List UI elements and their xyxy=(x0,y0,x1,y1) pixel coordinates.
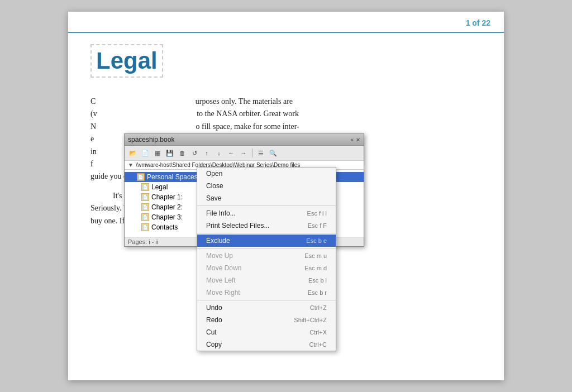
ctx-shortcut-undo: Ctrl+Z xyxy=(310,304,327,311)
ctx-item-redo[interactable]: Redo Shift+Ctrl+Z xyxy=(197,314,336,326)
ctx-label-print: Print Selected Files... xyxy=(206,222,269,230)
ctx-label-exclude: Exclude xyxy=(206,237,230,245)
ctx-label-file-info: File Info... xyxy=(206,209,236,217)
collapse-button[interactable]: « xyxy=(350,137,354,143)
page-content: Legal spaceship.book « ✕ 📂 📄 ▦ 💾 xyxy=(68,33,504,245)
ctx-item-exclude[interactable]: Exclude Esc b e xyxy=(197,235,336,247)
ctx-shortcut-move-left: Esc b l xyxy=(308,277,327,284)
ctx-shortcut-exclude: Esc b e xyxy=(306,237,327,244)
tree-item-icon-legal: 📄 xyxy=(141,183,149,191)
context-menu: Open Close Save File Info... Esc f i l xyxy=(197,167,336,351)
dialog-overlay: spaceship.book « ✕ 📂 📄 ▦ 💾 🗑 ↺ ↑ ↓ xyxy=(124,133,364,247)
tree-item-label-legal: Legal xyxy=(151,183,168,191)
ctx-item-open[interactable]: Open xyxy=(197,168,336,180)
toolbar-separator xyxy=(252,149,252,157)
tree-item-label-ch3: Chapter 3: xyxy=(151,213,183,221)
ctx-separator-1 xyxy=(197,205,336,206)
ctx-item-file-info[interactable]: File Info... Esc f i l xyxy=(197,207,336,219)
tree-item-label-ch1: Chapter 1: xyxy=(151,193,183,201)
tree-item-icon-ch1: 📄 xyxy=(141,193,149,201)
toolbar-icon-list[interactable]: ☰ xyxy=(256,148,266,158)
ctx-shortcut-redo: Shift+Ctrl+Z xyxy=(294,317,327,323)
toolbar-icon-right[interactable]: → xyxy=(239,148,249,158)
toolbar-icon-search[interactable]: 🔍 xyxy=(268,148,278,158)
ctx-item-print[interactable]: Print Selected Files... Esc f F xyxy=(197,219,336,232)
ctx-item-move-right: Move Right Esc b r xyxy=(197,286,336,299)
ctx-shortcut-move-up: Esc m u xyxy=(304,252,327,259)
ctx-item-close[interactable]: Close xyxy=(197,180,336,192)
tree-item-icon-contacts: 📄 xyxy=(141,223,149,231)
tree-item-icon-root: 📄 xyxy=(137,173,145,181)
path-expand-icon: ▼ xyxy=(128,162,134,168)
page-container: 1 of 22 Legal spaceship.book « ✕ 📂 📄 xyxy=(68,12,504,380)
toolbar-icon-add[interactable]: 📄 xyxy=(140,148,150,158)
ctx-label-copy: Copy xyxy=(206,341,222,348)
book-window-footer-text: Pages: i - ii xyxy=(128,238,158,245)
ctx-shortcut-file-info: Esc f i l xyxy=(307,210,327,217)
toolbar-icon-refresh[interactable]: ↺ xyxy=(189,148,199,158)
ctx-item-undo[interactable]: Undo Ctrl+Z xyxy=(197,302,336,314)
book-window-title: spaceship.book xyxy=(128,136,174,144)
chapter-title: Legal xyxy=(90,44,163,78)
ctx-shortcut-copy: Ctrl+C xyxy=(309,341,327,348)
tree-item-icon-ch2: 📄 xyxy=(141,203,149,211)
ctx-shortcut-print: Esc f F xyxy=(308,222,327,229)
toolbar-icon-grid[interactable]: ▦ xyxy=(152,148,163,158)
toolbar-icon-open[interactable]: 📂 xyxy=(128,148,138,158)
ctx-label-redo: Redo xyxy=(206,316,222,324)
ctx-label-undo: Undo xyxy=(206,304,222,312)
toolbar-icon-up[interactable]: ↑ xyxy=(202,148,212,158)
toolbar-icon-down[interactable]: ↓ xyxy=(214,148,224,158)
tree-item-icon-ch3: 📄 xyxy=(141,213,149,221)
tree-item-label-ch2: Chapter 2: xyxy=(151,203,183,211)
ctx-shortcut-move-down: Esc m d xyxy=(304,265,327,271)
ctx-item-move-down: Move Down Esc m d xyxy=(197,262,336,274)
ctx-label-move-left: Move Left xyxy=(206,276,236,284)
ctx-separator-4 xyxy=(197,300,336,300)
ctx-separator-3 xyxy=(197,248,336,248)
ctx-label-move-down: Move Down xyxy=(206,264,241,272)
ctx-item-save[interactable]: Save xyxy=(197,192,336,204)
tree-item-label-contacts: Contacts xyxy=(151,223,178,231)
ctx-label-open: Open xyxy=(206,170,222,178)
tree-expand-icon: − xyxy=(128,174,135,180)
ctx-label-close: Close xyxy=(206,182,223,190)
ctx-shortcut-cut: Ctrl+X xyxy=(309,329,327,336)
ctx-shortcut-move-right: Esc b r xyxy=(308,289,327,296)
ctx-item-move-left: Move Left Esc b l xyxy=(197,274,336,286)
toolbar-icon-save[interactable]: 💾 xyxy=(165,148,175,158)
ctx-separator-2 xyxy=(197,233,336,233)
toolbar-icon-left[interactable]: ← xyxy=(226,148,236,158)
toolbar-icon-delete[interactable]: 🗑 xyxy=(177,148,187,158)
ctx-label-cut: Cut xyxy=(206,328,217,336)
ctx-label-save: Save xyxy=(206,194,221,202)
ctx-label-move-up: Move Up xyxy=(206,252,233,260)
book-window-toolbar: 📂 📄 ▦ 💾 🗑 ↺ ↑ ↓ ← → ☰ 🔍 xyxy=(125,146,364,161)
book-window-titlebar: spaceship.book « ✕ xyxy=(125,134,364,146)
close-button[interactable]: ✕ xyxy=(356,137,360,143)
page-number: 1 of 22 xyxy=(466,18,490,27)
ctx-item-copy[interactable]: Copy Ctrl+C xyxy=(197,338,336,351)
window-controls: « ✕ xyxy=(350,137,360,143)
ctx-item-cut[interactable]: Cut Ctrl+X xyxy=(197,326,336,338)
ctx-item-move-up: Move Up Esc m u xyxy=(197,250,336,262)
ctx-label-move-right: Move Right xyxy=(206,289,240,297)
page-header: 1 of 22 xyxy=(68,12,504,33)
